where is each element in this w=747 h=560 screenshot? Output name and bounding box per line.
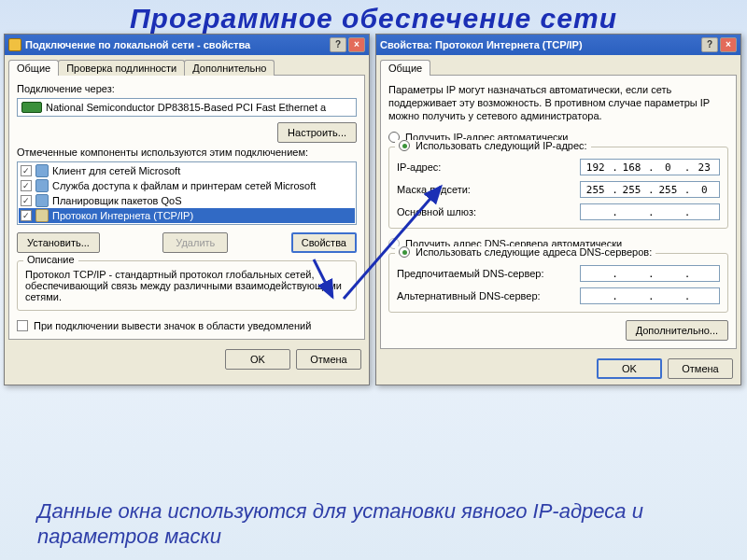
ok-button[interactable]: OK bbox=[597, 358, 662, 379]
component-icon bbox=[35, 209, 49, 222]
checkbox-icon[interactable]: ✓ bbox=[21, 210, 32, 221]
cancel-button[interactable]: Отмена bbox=[668, 358, 733, 379]
ip-label: IP-адрес: bbox=[397, 161, 441, 173]
component-icon bbox=[35, 194, 49, 207]
radio-dns-manual[interactable] bbox=[399, 246, 410, 258]
slide-caption: Данные окна используются для установки я… bbox=[37, 499, 710, 549]
alt-dns-input[interactable]: . . . bbox=[580, 287, 720, 304]
connect-via-label: Подключение через: bbox=[17, 83, 357, 94]
cancel-button[interactable]: Отмена bbox=[296, 349, 361, 370]
components-label: Отмеченные компоненты используются этим … bbox=[17, 147, 357, 158]
titlebar: Подключение по локальной сети - свойства… bbox=[5, 35, 369, 55]
tab-strip: Общие Проверка подлинности Дополнительно bbox=[8, 59, 365, 75]
ip-octet[interactable]: 255 bbox=[655, 184, 681, 196]
checkbox-icon[interactable]: ✓ bbox=[21, 195, 32, 206]
remove-button: Удалить bbox=[162, 232, 228, 253]
info-text: Параметры IP могут назначаться автоматич… bbox=[388, 83, 728, 123]
dns2-label: Альтернативный DNS-сервер: bbox=[397, 290, 541, 301]
list-item[interactable]: ✓ Планировщик пакетов QoS bbox=[19, 193, 355, 208]
slide-title: Программное обеспечение сети bbox=[0, 0, 747, 34]
tab-advanced[interactable]: Дополнительно bbox=[184, 60, 275, 76]
nic-icon bbox=[21, 102, 42, 113]
ip-address-input[interactable]: 192. 168. 0. 23 bbox=[580, 159, 720, 175]
component-icon bbox=[35, 164, 49, 177]
adapter-field: National Semiconductor DP83815-Based PCI… bbox=[17, 98, 357, 117]
component-label: Клиент для сетей Microsoft bbox=[52, 165, 180, 176]
help-button[interactable]: ? bbox=[330, 37, 346, 52]
ip-octet[interactable]: 255 bbox=[583, 184, 609, 196]
ip-octet[interactable]: 23 bbox=[691, 161, 717, 174]
checkbox-icon[interactable]: ✓ bbox=[21, 165, 32, 176]
radio-ip-manual[interactable] bbox=[399, 140, 410, 151]
dns-group: Использовать следующие адреса DNS-сервер… bbox=[388, 253, 728, 313]
window-title: Свойства: Протокол Интернета (TCP/IP) bbox=[380, 39, 701, 50]
component-label: Планировщик пакетов QoS bbox=[52, 195, 182, 206]
gateway-label: Основной шлюз: bbox=[397, 206, 476, 217]
list-item-selected[interactable]: ✓ Протокол Интернета (TCP/IP) bbox=[19, 208, 355, 223]
ip-octet[interactable]: 192 bbox=[583, 161, 609, 174]
configure-button[interactable]: Настроить... bbox=[277, 122, 357, 143]
ok-button[interactable]: OK bbox=[225, 349, 290, 370]
list-item[interactable]: ✓ Клиент для сетей Microsoft bbox=[19, 163, 355, 178]
list-item[interactable]: ✓ Служба доступа к файлам и принтерам се… bbox=[19, 178, 355, 193]
ip-group: Использовать следующий IP-адрес: IP-адре… bbox=[388, 147, 728, 229]
window-icon bbox=[8, 38, 21, 51]
window-title: Подключение по локальной сети - свойства bbox=[25, 39, 330, 50]
help-button[interactable]: ? bbox=[701, 37, 718, 52]
ip-octet[interactable]: 0 bbox=[655, 161, 681, 174]
description-text: Протокол TCP/IP - стандартный протокол г… bbox=[25, 269, 348, 302]
lan-properties-dialog: Подключение по локальной сети - свойства… bbox=[4, 34, 370, 386]
ip-octet[interactable]: 255 bbox=[619, 184, 645, 196]
tab-general[interactable]: Общие bbox=[8, 60, 59, 76]
close-button[interactable]: × bbox=[720, 37, 737, 52]
description-title: Описание bbox=[23, 254, 78, 265]
adapter-name: National Semiconductor DP83815-Based PCI… bbox=[46, 102, 326, 113]
titlebar: Свойства: Протокол Интернета (TCP/IP) ? … bbox=[376, 35, 740, 55]
subnet-mask-input[interactable]: 255. 255. 255. 0 bbox=[580, 181, 720, 198]
advanced-button[interactable]: Дополнительно... bbox=[626, 320, 728, 341]
component-label: Служба доступа к файлам и принтерам сете… bbox=[52, 180, 316, 191]
radio-label: Использовать следующие адреса DNS-сервер… bbox=[416, 246, 652, 258]
radio-label: Использовать следующий IP-адрес: bbox=[416, 140, 587, 151]
close-button[interactable]: × bbox=[348, 37, 365, 52]
checkbox-icon[interactable]: ✓ bbox=[21, 180, 32, 191]
gateway-input[interactable]: . . . bbox=[580, 203, 720, 220]
ip-octet[interactable]: 168 bbox=[619, 161, 645, 174]
ip-octet[interactable]: 0 bbox=[691, 184, 717, 196]
tab-general[interactable]: Общие bbox=[380, 60, 430, 76]
mask-label: Маска подсети: bbox=[397, 184, 471, 195]
tcpip-properties-dialog: Свойства: Протокол Интернета (TCP/IP) ? … bbox=[375, 34, 741, 386]
tray-label: При подключении вывести значок в области… bbox=[34, 320, 311, 331]
description-group: Описание Протокол TCP/IP - стандартный п… bbox=[17, 260, 357, 311]
component-icon bbox=[35, 179, 49, 192]
preferred-dns-input[interactable]: . . . bbox=[580, 265, 720, 282]
components-list[interactable]: ✓ Клиент для сетей Microsoft ✓ Служба до… bbox=[17, 161, 357, 225]
general-panel: Параметры IP могут назначаться автоматич… bbox=[380, 75, 737, 350]
dns1-label: Предпочитаемый DNS-сервер: bbox=[397, 268, 543, 279]
install-button[interactable]: Установить... bbox=[17, 232, 100, 253]
tray-checkbox[interactable] bbox=[17, 320, 28, 331]
properties-button[interactable]: Свойства bbox=[291, 232, 357, 253]
general-panel: Подключение через: National Semiconducto… bbox=[8, 75, 365, 340]
tab-auth[interactable]: Проверка подлинности bbox=[58, 60, 185, 76]
component-label: Протокол Интернета (TCP/IP) bbox=[52, 210, 193, 221]
